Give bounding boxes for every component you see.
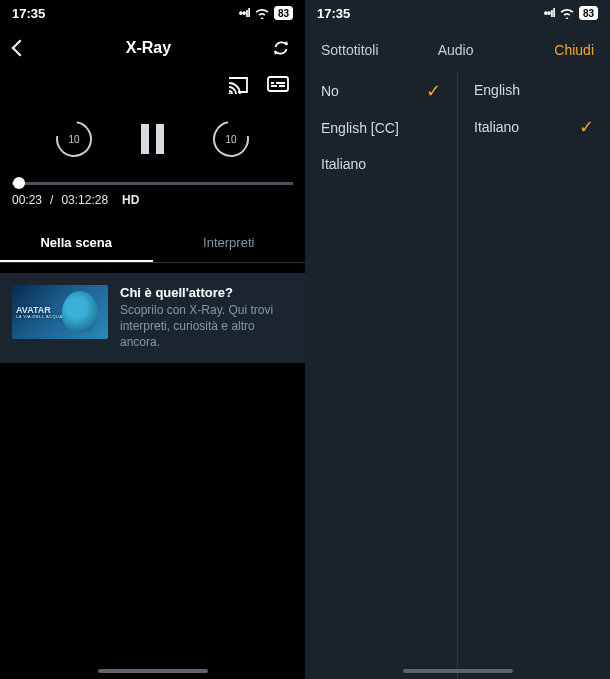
status-bar: 17:35 ••‎ıl 83 — [305, 0, 610, 26]
player-controls: 10 10 — [0, 100, 305, 174]
audio-label: Italiano — [474, 119, 519, 135]
svg-rect-1 — [268, 77, 288, 91]
card-description: Scoprilo con X-Ray. Qui trovi interpreti… — [120, 302, 293, 351]
tab-cast[interactable]: Interpreti — [153, 225, 306, 262]
battery-icon: 83 — [274, 6, 293, 20]
pause-icon — [141, 124, 149, 154]
player-top-icons — [0, 70, 305, 100]
audio-option-italian[interactable]: Italiano ✓ — [458, 108, 610, 146]
subtitle-option-english-cc[interactable]: English [CC] — [305, 110, 457, 146]
audio-column: English Italiano ✓ — [458, 72, 610, 679]
card-thumbnail: AVATAR LA VIA DELL'ACQUA — [12, 285, 108, 339]
card-title: Chi è quell'attore? — [120, 285, 293, 300]
subtitle-option-none[interactable]: No ✓ — [305, 72, 457, 110]
audio-heading: Audio — [438, 42, 555, 58]
subtitles-column: No ✓ English [CC] Italiano — [305, 72, 458, 679]
subtitle-label: No — [321, 83, 339, 99]
close-button[interactable]: Chiudi — [554, 42, 594, 58]
status-time: 17:35 — [317, 6, 350, 21]
progress-slider[interactable] — [12, 182, 293, 185]
thumb-title: AVATAR — [16, 305, 51, 315]
skip-back-icon — [49, 114, 99, 164]
thumb-subtitle: LA VIA DELL'ACQUA — [16, 315, 63, 319]
svg-point-0 — [229, 93, 231, 95]
status-time: 17:35 — [12, 6, 45, 21]
time-current: 00:23 — [12, 193, 42, 207]
pause-icon — [156, 124, 164, 154]
subtitle-option-italian[interactable]: Italiano — [305, 146, 457, 182]
player-screen: 17:35 ••‎ıl 83 X-Ray 10 — [0, 0, 305, 679]
subtitles-icon — [267, 76, 289, 94]
language-screen: 17:35 ••‎ıl 83 Sottotitoli Audio Chiudi … — [305, 0, 610, 679]
pause-button[interactable] — [141, 124, 164, 154]
xray-tabs: Nella scena Interpreti — [0, 225, 305, 263]
page-title: X-Ray — [126, 39, 171, 57]
refresh-icon — [271, 38, 291, 58]
header: X-Ray — [0, 26, 305, 70]
subtitle-label: Italiano — [321, 156, 366, 172]
status-bar: 17:35 ••‎ıl 83 — [0, 0, 305, 26]
tab-scene[interactable]: Nella scena — [0, 225, 153, 262]
subtitle-label: English [CC] — [321, 120, 399, 136]
cast-button[interactable] — [227, 76, 249, 94]
subtitles-heading: Sottotitoli — [321, 42, 438, 58]
home-indicator[interactable] — [403, 669, 513, 673]
audio-option-english[interactable]: English — [458, 72, 610, 108]
wifi-icon — [254, 7, 270, 19]
audio-label: English — [474, 82, 520, 98]
back-button[interactable] — [14, 42, 26, 54]
check-icon: ✓ — [579, 118, 594, 136]
refresh-button[interactable] — [271, 38, 291, 58]
card-body: Chi è quell'attore? Scoprilo con X-Ray. … — [120, 285, 293, 351]
check-icon: ✓ — [426, 82, 441, 100]
cast-icon — [227, 76, 249, 94]
status-right: ••‎ıl 83 — [544, 6, 598, 20]
xray-card[interactable]: AVATAR LA VIA DELL'ACQUA Chi è quell'att… — [0, 273, 305, 363]
time-row: 00:23 / 03:12:28 HD — [12, 193, 293, 207]
home-indicator[interactable] — [98, 669, 208, 673]
quality-badge: HD — [122, 193, 139, 207]
skip-forward-button[interactable]: 10 — [210, 118, 252, 160]
signal-icon: ••‎ıl — [239, 6, 250, 20]
avatar-face-icon — [62, 291, 98, 333]
skip-forward-icon — [206, 114, 256, 164]
chevron-left-icon — [12, 40, 29, 57]
wifi-icon — [559, 7, 575, 19]
language-body: No ✓ English [CC] Italiano English Itali… — [305, 72, 610, 679]
subtitles-button[interactable] — [267, 76, 289, 94]
skip-back-button[interactable]: 10 — [53, 118, 95, 160]
progress-section: 00:23 / 03:12:28 HD — [0, 174, 305, 211]
signal-icon: ••‎ıl — [544, 6, 555, 20]
time-total: 03:12:28 — [61, 193, 108, 207]
time-separator: / — [50, 193, 53, 207]
battery-icon: 83 — [579, 6, 598, 20]
progress-thumb-icon[interactable] — [13, 177, 25, 189]
status-right: ••‎ıl 83 — [239, 6, 293, 20]
language-header: Sottotitoli Audio Chiudi — [305, 26, 610, 72]
